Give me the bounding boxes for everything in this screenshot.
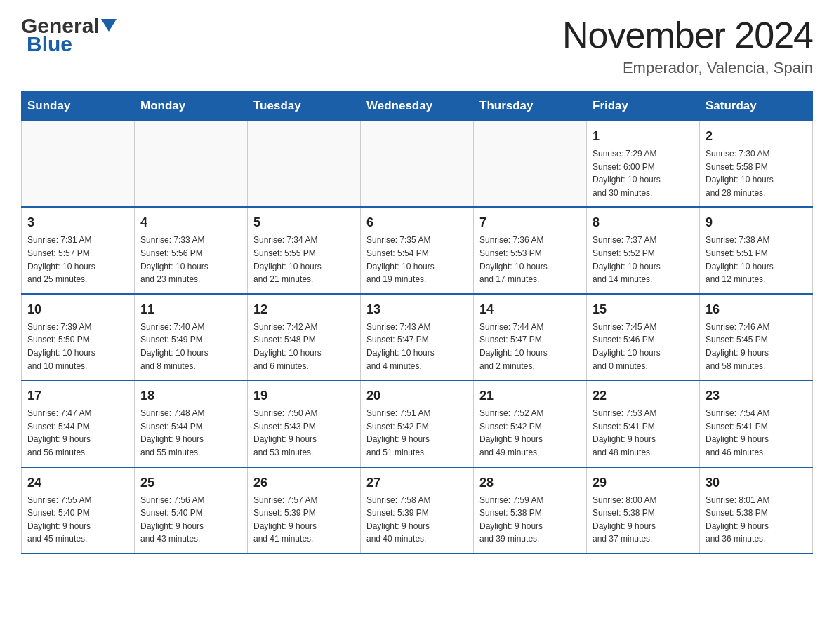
day-number: 14: [479, 300, 581, 319]
day-number: 18: [140, 387, 241, 405]
day-number: 28: [479, 474, 581, 492]
day-number: 9: [706, 213, 807, 232]
calendar-cell: [248, 121, 361, 207]
day-info: Sunrise: 7:47 AM Sunset: 5:44 PM Dayligh…: [27, 407, 128, 459]
calendar-week-row: 17Sunrise: 7:47 AM Sunset: 5:44 PM Dayli…: [22, 380, 813, 467]
day-info: Sunrise: 7:48 AM Sunset: 5:44 PM Dayligh…: [140, 407, 241, 459]
calendar-cell: 9Sunrise: 7:38 AM Sunset: 5:51 PM Daylig…: [700, 207, 813, 293]
page-header: General Blue November 2024 Emperador, Va…: [21, 14, 813, 77]
day-info: Sunrise: 7:29 AM Sunset: 6:00 PM Dayligh…: [593, 147, 694, 199]
day-info: Sunrise: 7:54 AM Sunset: 5:41 PM Dayligh…: [706, 407, 807, 459]
day-number: 29: [593, 474, 694, 492]
day-info: Sunrise: 7:58 AM Sunset: 5:39 PM Dayligh…: [366, 494, 468, 546]
calendar-header-row: SundayMondayTuesdayWednesdayThursdayFrid…: [22, 92, 813, 121]
column-header-wednesday: Wednesday: [361, 92, 474, 121]
calendar-cell: 16Sunrise: 7:46 AM Sunset: 5:45 PM Dayli…: [700, 294, 813, 380]
calendar-cell: 12Sunrise: 7:42 AM Sunset: 5:48 PM Dayli…: [248, 294, 361, 380]
day-info: Sunrise: 7:52 AM Sunset: 5:42 PM Dayligh…: [479, 407, 581, 459]
day-number: 8: [593, 213, 694, 232]
month-title: November 2024: [562, 14, 813, 56]
calendar-cell: 20Sunrise: 7:51 AM Sunset: 5:42 PM Dayli…: [361, 380, 474, 467]
day-info: Sunrise: 7:30 AM Sunset: 5:58 PM Dayligh…: [706, 147, 807, 199]
day-info: Sunrise: 7:34 AM Sunset: 5:55 PM Dayligh…: [253, 234, 355, 286]
day-number: 2: [706, 127, 807, 146]
day-info: Sunrise: 7:55 AM Sunset: 5:40 PM Dayligh…: [27, 494, 128, 546]
calendar-cell: 14Sunrise: 7:44 AM Sunset: 5:47 PM Dayli…: [474, 294, 587, 380]
day-number: 16: [706, 300, 807, 319]
calendar-cell: 25Sunrise: 7:56 AM Sunset: 5:40 PM Dayli…: [135, 467, 248, 554]
day-number: 12: [253, 300, 355, 319]
day-number: 3: [27, 213, 128, 232]
day-number: 23: [706, 387, 807, 405]
calendar-cell: 24Sunrise: 7:55 AM Sunset: 5:40 PM Dayli…: [22, 467, 135, 554]
calendar-cell: 4Sunrise: 7:33 AM Sunset: 5:56 PM Daylig…: [135, 207, 248, 293]
calendar-cell: 6Sunrise: 7:35 AM Sunset: 5:54 PM Daylig…: [361, 207, 474, 293]
day-info: Sunrise: 7:51 AM Sunset: 5:42 PM Dayligh…: [366, 407, 468, 459]
day-number: 17: [27, 387, 128, 405]
day-number: 5: [253, 213, 355, 232]
calendar-cell: 7Sunrise: 7:36 AM Sunset: 5:53 PM Daylig…: [474, 207, 587, 293]
day-info: Sunrise: 7:42 AM Sunset: 5:48 PM Dayligh…: [253, 321, 355, 373]
day-number: 15: [593, 300, 694, 319]
calendar-cell: 3Sunrise: 7:31 AM Sunset: 5:57 PM Daylig…: [22, 207, 135, 293]
day-info: Sunrise: 7:50 AM Sunset: 5:43 PM Dayligh…: [253, 407, 355, 459]
day-info: Sunrise: 8:00 AM Sunset: 5:38 PM Dayligh…: [593, 494, 694, 546]
calendar-cell: 30Sunrise: 8:01 AM Sunset: 5:38 PM Dayli…: [700, 467, 813, 554]
day-number: 30: [706, 474, 807, 492]
day-info: Sunrise: 7:56 AM Sunset: 5:40 PM Dayligh…: [140, 494, 241, 546]
day-info: Sunrise: 7:37 AM Sunset: 5:52 PM Dayligh…: [593, 234, 694, 286]
day-number: 10: [27, 300, 128, 319]
svg-marker-0: [101, 19, 117, 32]
calendar-cell: 27Sunrise: 7:58 AM Sunset: 5:39 PM Dayli…: [361, 467, 474, 554]
column-header-tuesday: Tuesday: [248, 92, 361, 121]
calendar-table: SundayMondayTuesdayWednesdayThursdayFrid…: [21, 91, 813, 554]
day-info: Sunrise: 7:45 AM Sunset: 5:46 PM Dayligh…: [593, 321, 694, 373]
calendar-cell: 2Sunrise: 7:30 AM Sunset: 5:58 PM Daylig…: [700, 121, 813, 207]
calendar-cell: 22Sunrise: 7:53 AM Sunset: 5:41 PM Dayli…: [587, 380, 700, 467]
calendar-cell: 26Sunrise: 7:57 AM Sunset: 5:39 PM Dayli…: [248, 467, 361, 554]
day-number: 27: [366, 474, 468, 492]
day-info: Sunrise: 8:01 AM Sunset: 5:38 PM Dayligh…: [706, 494, 807, 546]
calendar-cell: 1Sunrise: 7:29 AM Sunset: 6:00 PM Daylig…: [587, 121, 700, 207]
day-info: Sunrise: 7:39 AM Sunset: 5:50 PM Dayligh…: [27, 321, 128, 373]
calendar-cell: [474, 121, 587, 207]
day-number: 21: [479, 387, 581, 405]
day-info: Sunrise: 7:31 AM Sunset: 5:57 PM Dayligh…: [27, 234, 128, 286]
calendar-cell: 19Sunrise: 7:50 AM Sunset: 5:43 PM Dayli…: [248, 380, 361, 467]
day-number: 7: [479, 213, 581, 232]
calendar-week-row: 3Sunrise: 7:31 AM Sunset: 5:57 PM Daylig…: [22, 207, 813, 293]
calendar-cell: 18Sunrise: 7:48 AM Sunset: 5:44 PM Dayli…: [135, 380, 248, 467]
day-number: 4: [140, 213, 241, 232]
calendar-cell: 29Sunrise: 8:00 AM Sunset: 5:38 PM Dayli…: [587, 467, 700, 554]
day-info: Sunrise: 7:44 AM Sunset: 5:47 PM Dayligh…: [479, 321, 581, 373]
calendar-cell: [135, 121, 248, 207]
column-header-sunday: Sunday: [22, 92, 135, 121]
calendar-cell: 21Sunrise: 7:52 AM Sunset: 5:42 PM Dayli…: [474, 380, 587, 467]
calendar-cell: 17Sunrise: 7:47 AM Sunset: 5:44 PM Dayli…: [22, 380, 135, 467]
column-header-monday: Monday: [135, 92, 248, 121]
day-info: Sunrise: 7:38 AM Sunset: 5:51 PM Dayligh…: [706, 234, 807, 286]
day-number: 1: [593, 127, 694, 146]
day-info: Sunrise: 7:36 AM Sunset: 5:53 PM Dayligh…: [479, 234, 581, 286]
day-number: 26: [253, 474, 355, 492]
column-header-friday: Friday: [587, 92, 700, 121]
day-info: Sunrise: 7:57 AM Sunset: 5:39 PM Dayligh…: [253, 494, 355, 546]
calendar-week-row: 24Sunrise: 7:55 AM Sunset: 5:40 PM Dayli…: [22, 467, 813, 554]
calendar-cell: 13Sunrise: 7:43 AM Sunset: 5:47 PM Dayli…: [361, 294, 474, 380]
day-number: 6: [366, 213, 468, 232]
day-number: 11: [140, 300, 241, 319]
location-title: Emperador, Valencia, Spain: [562, 59, 813, 77]
calendar-cell: [361, 121, 474, 207]
calendar-cell: [22, 121, 135, 207]
logo-triangle-icon: [101, 19, 117, 37]
day-number: 13: [366, 300, 468, 319]
calendar-cell: 15Sunrise: 7:45 AM Sunset: 5:46 PM Dayli…: [587, 294, 700, 380]
logo: General Blue: [21, 14, 117, 56]
day-info: Sunrise: 7:59 AM Sunset: 5:38 PM Dayligh…: [479, 494, 581, 546]
day-info: Sunrise: 7:43 AM Sunset: 5:47 PM Dayligh…: [366, 321, 468, 373]
day-info: Sunrise: 7:40 AM Sunset: 5:49 PM Dayligh…: [140, 321, 241, 373]
day-number: 19: [253, 387, 355, 405]
calendar-cell: 28Sunrise: 7:59 AM Sunset: 5:38 PM Dayli…: [474, 467, 587, 554]
day-number: 20: [366, 387, 468, 405]
calendar-week-row: 1Sunrise: 7:29 AM Sunset: 6:00 PM Daylig…: [22, 121, 813, 207]
